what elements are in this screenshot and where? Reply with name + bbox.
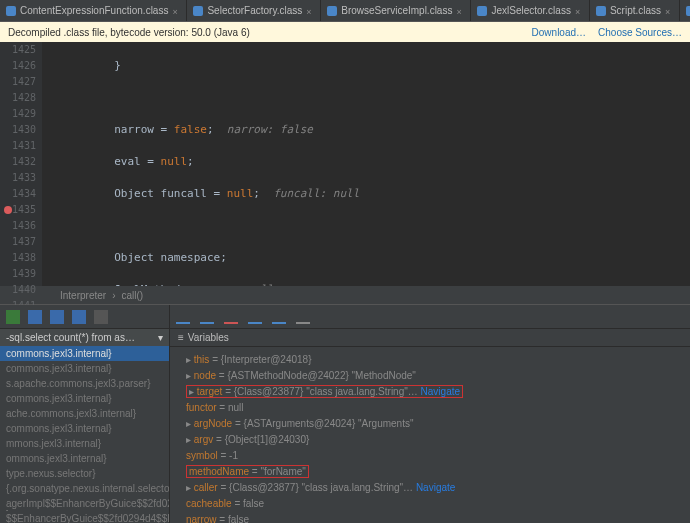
variable-row[interactable]: symbol = -1 (174, 447, 686, 463)
tab-0[interactable]: ContentExpressionFunction.class× (0, 0, 187, 21)
step-icon[interactable] (248, 310, 262, 324)
frame-item[interactable]: ommons.jexl3.internal} (0, 451, 169, 466)
banner-text: Decompiled .class file, bytecode version… (8, 27, 250, 38)
variables-header: ≡ Variables (170, 329, 690, 347)
variable-row[interactable]: methodName = "forName" (174, 463, 686, 479)
variables-panel: ≡ Variables ▸ this = {Interpreter@24018}… (170, 305, 690, 523)
frame-item[interactable]: mmons.jexl3.internal} (0, 436, 169, 451)
breadcrumb: Interpreter›call() (0, 286, 690, 304)
close-icon[interactable]: × (172, 7, 180, 15)
class-icon (686, 6, 690, 16)
frame-item[interactable]: commons.jexl3.internal} (0, 391, 169, 406)
frame-item[interactable]: s.apache.commons.jexl3.parser} (0, 376, 169, 391)
tab-2[interactable]: BrowseServiceImpl.class× (321, 0, 471, 21)
choose-sources-link[interactable]: Choose Sources… (598, 27, 682, 38)
editor-tabs: ContentExpressionFunction.class× Selecto… (0, 0, 690, 22)
frame-item[interactable]: commons.jexl3.internal} (0, 346, 169, 361)
variable-row[interactable]: narrow = false (174, 511, 686, 523)
step-icon[interactable] (296, 310, 310, 324)
evaluate-expression[interactable]: -sql.select count(*) from as…▾ (0, 329, 169, 346)
class-icon (6, 6, 16, 16)
more-icon[interactable] (94, 310, 108, 324)
frames-panel: -sql.select count(*) from as…▾ commons.j… (0, 305, 170, 523)
variable-row[interactable]: ▸ caller = {Class@23877} "class java.lan… (174, 479, 686, 495)
debug-toolbar (170, 305, 690, 329)
class-icon (477, 6, 487, 16)
variable-row[interactable]: ▸ node = {ASTMethodNode@24022} "MethodNo… (174, 367, 686, 383)
code-editor[interactable]: 1425142614271428142914301431143214331434… (0, 42, 690, 286)
close-icon[interactable]: × (575, 7, 583, 15)
chevron-down-icon[interactable]: ▾ (158, 332, 163, 343)
variables-icon: ≡ (178, 332, 184, 343)
rerun-icon[interactable] (6, 310, 20, 324)
variable-row[interactable]: ▸ argv = {Object[1]@24030} (174, 431, 686, 447)
code-area[interactable]: } narrow = false; narrow: false eval = n… (42, 42, 690, 286)
debugger-panel: -sql.select count(*) from as…▾ commons.j… (0, 304, 690, 523)
step-icon[interactable] (272, 310, 286, 324)
close-icon[interactable]: × (306, 7, 314, 15)
variable-row[interactable]: ▸ target = {Class@23877} "class java.lan… (174, 383, 686, 399)
frame-item[interactable]: ache.commons.jexl3.internal} (0, 406, 169, 421)
frame-item[interactable]: $$EnhancerByGuice$$2fd0294d4$$FastClassB… (0, 511, 169, 523)
variable-row[interactable]: cacheable = false (174, 495, 686, 511)
variable-row[interactable]: ▸ argNode = {ASTArguments@24024} "Argume… (174, 415, 686, 431)
variable-row[interactable]: functor = null (174, 399, 686, 415)
tab-1[interactable]: SelectorFactory.class× (187, 0, 321, 21)
frame-item[interactable]: type.nexus.selector} (0, 466, 169, 481)
close-icon[interactable]: × (665, 7, 673, 15)
download-link[interactable]: Download… (532, 27, 586, 38)
frame-item[interactable]: agerImpl$$EnhancerByGuice$$2fd0294d4 } (0, 496, 169, 511)
breakpoint-icon: 1435 (0, 202, 36, 218)
class-icon (193, 6, 203, 16)
variable-row[interactable]: ▸ this = {Interpreter@24018} (174, 351, 686, 367)
close-icon[interactable]: × (456, 7, 464, 15)
step-into-icon[interactable] (50, 310, 64, 324)
decompile-banner: Decompiled .class file, bytecode version… (0, 22, 690, 42)
frame-list[interactable]: commons.jexl3.internal} commons.jexl3.in… (0, 346, 169, 523)
frame-item[interactable]: {.org.sonatype.nexus.internal.selector} (0, 481, 169, 496)
class-icon (596, 6, 606, 16)
step-over-icon[interactable] (28, 310, 42, 324)
line-gutter: 1425142614271428142914301431143214331434… (0, 42, 42, 286)
step-out-icon[interactable] (72, 310, 86, 324)
step-icon[interactable] (224, 310, 238, 324)
tab-3[interactable]: JexlSelector.class× (471, 0, 589, 21)
tab-4[interactable]: Script.class× (590, 0, 680, 21)
frame-item[interactable]: commons.jexl3.internal} (0, 421, 169, 436)
frame-item[interactable]: commons.jexl3.internal} (0, 361, 169, 376)
step-icon[interactable] (200, 310, 214, 324)
tab-5[interactable]: Interpreter.class× (680, 0, 690, 21)
step-icon[interactable] (176, 310, 190, 324)
class-icon (327, 6, 337, 16)
variables-tree[interactable]: ▸ this = {Interpreter@24018}▸ node = {AS… (170, 347, 690, 523)
